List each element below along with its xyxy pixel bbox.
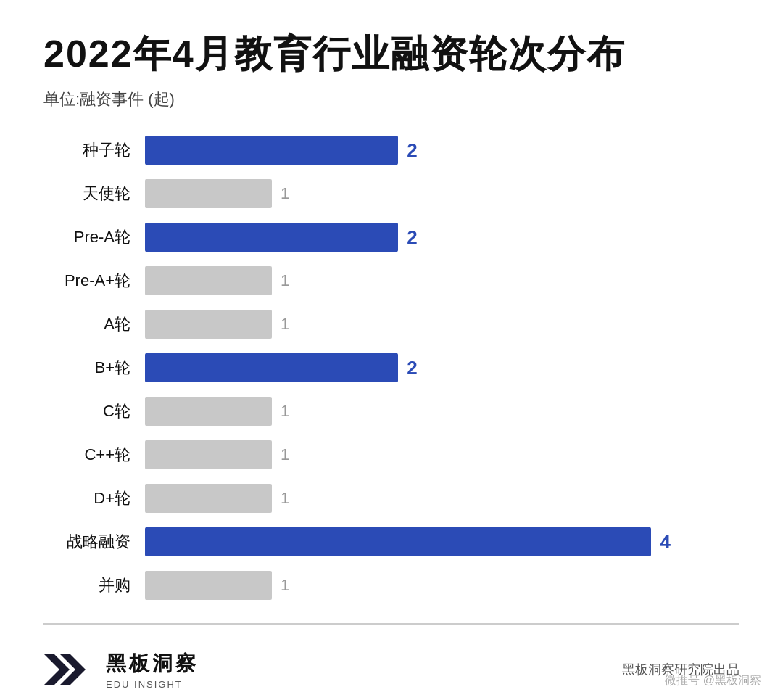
bar-label: 天使轮: [44, 183, 145, 205]
bar-container: 1: [145, 266, 740, 295]
bar-value: 4: [660, 531, 670, 553]
bar-blue: [145, 223, 398, 252]
chart-row: Pre-A轮2: [44, 219, 740, 255]
bar-gray: [145, 571, 272, 600]
chart-row: 战略融资4: [44, 524, 740, 560]
chart-row: 并购1: [44, 567, 740, 604]
chart-row: B+轮2: [44, 350, 740, 386]
chart-row: D+轮1: [44, 480, 740, 516]
logo-main-text: 黑板洞察: [106, 650, 199, 678]
bar-container: 1: [145, 484, 740, 513]
chart-row: C++轮1: [44, 437, 740, 473]
bar-label: A轮: [44, 313, 145, 335]
chart-row: 天使轮1: [44, 176, 740, 212]
chart-row: 种子轮2: [44, 132, 740, 168]
bar-label: D+轮: [44, 487, 145, 509]
bar-blue: [145, 136, 398, 165]
bar-label: C轮: [44, 400, 145, 422]
bar-container: 4: [145, 527, 740, 556]
bar-container: 1: [145, 397, 740, 426]
chart-area: 种子轮2天使轮1Pre-A轮2Pre-A+轮1A轮1B+轮2C轮1C++轮1D+…: [44, 132, 740, 616]
bar-container: 1: [145, 440, 740, 469]
bar-value: 1: [281, 184, 289, 203]
bar-label: C++轮: [44, 444, 145, 466]
bar-container: 2: [145, 353, 740, 382]
bar-label: Pre-A轮: [44, 226, 145, 248]
bar-gray: [145, 484, 272, 513]
bar-value: 1: [281, 402, 289, 421]
chart-row: A轮1: [44, 306, 740, 342]
bar-gray: [145, 440, 272, 469]
bar-label: 种子轮: [44, 139, 145, 161]
bar-label: Pre-A+轮: [44, 270, 145, 292]
bar-value: 2: [407, 139, 417, 162]
bar-container: 2: [145, 223, 740, 252]
bar-gray: [145, 310, 272, 339]
page-wrapper: 2022年4月教育行业融资轮次分布 单位:融资事件 (起) 种子轮2天使轮1Pr…: [0, 0, 783, 700]
bar-value: 2: [407, 226, 417, 249]
bar-container: 1: [145, 571, 740, 600]
subtitle: 单位:融资事件 (起): [44, 88, 740, 110]
bar-gray: [145, 266, 272, 295]
bar-label: 并购: [44, 575, 145, 596]
bar-value: 2: [407, 357, 417, 379]
divider: [44, 623, 740, 625]
bar-gray: [145, 397, 272, 426]
bar-container: 1: [145, 310, 740, 339]
logo-sub-text: EDU INSIGHT: [106, 679, 199, 690]
bar-gray: [145, 179, 272, 208]
main-title: 2022年4月教育行业融资轮次分布: [44, 29, 740, 80]
bar-blue: [145, 353, 398, 382]
bar-value: 1: [281, 489, 289, 508]
bar-container: 2: [145, 136, 740, 165]
logo-area: 黑板洞察 EDU INSIGHT: [44, 649, 199, 690]
footer: 黑板洞察 EDU INSIGHT 黑板洞察研究院出品: [44, 639, 740, 700]
bar-value: 1: [281, 315, 289, 334]
bar-blue: [145, 527, 651, 556]
bar-value: 1: [281, 271, 289, 290]
bar-value: 1: [281, 576, 289, 595]
logo-icon: [44, 649, 94, 690]
chart-row: Pre-A+轮1: [44, 263, 740, 299]
bar-label: B+轮: [44, 357, 145, 379]
chart-row: C轮1: [44, 393, 740, 429]
logo-text-area: 黑板洞察 EDU INSIGHT: [106, 650, 199, 690]
bar-container: 1: [145, 179, 740, 208]
watermark: 微推号 @黑板洞察: [665, 673, 761, 688]
bar-value: 1: [281, 445, 289, 464]
bar-label: 战略融资: [44, 531, 145, 553]
